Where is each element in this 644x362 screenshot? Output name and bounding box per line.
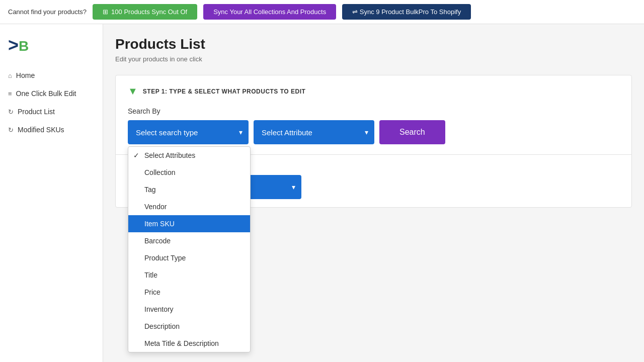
dropdown-item-meta-title[interactable]: Meta Title & Description: [128, 335, 250, 352]
select-search-type[interactable]: Select search type: [128, 120, 249, 144]
page-title: Products List: [115, 36, 632, 52]
home-icon: ⌂: [8, 72, 12, 79]
sidebar-item-bulk-edit-label: One Click Bulk Edit: [16, 89, 76, 98]
sync-icon: ⊞: [103, 8, 108, 16]
select-attribute-wrapper: Select Attribute: [254, 120, 374, 144]
select-attribute[interactable]: Select Attribute: [254, 120, 374, 144]
dropdown-item-product-type[interactable]: Product Type: [128, 249, 250, 266]
dropdown-item-price[interactable]: Price: [128, 284, 250, 301]
product-list-icon: ↻: [8, 108, 14, 116]
modified-skus-icon: ↻: [8, 126, 14, 134]
sidebar-item-home-label: Home: [16, 71, 35, 79]
search-button[interactable]: Search: [379, 120, 445, 144]
sidebar-item-home[interactable]: ⌂ Home: [0, 66, 103, 84]
dropdown-item-select-attributes[interactable]: Select Attributes: [128, 147, 250, 164]
dropdown-item-item-sku[interactable]: Item SKU: [128, 215, 250, 232]
search-type-dropdown: Select Attributes Collection Tag Vendor: [128, 146, 251, 352]
sidebar-item-product-list-label: Product List: [18, 108, 55, 116]
sidebar-item-bulk-edit[interactable]: ≡ One Click Bulk Edit: [0, 84, 103, 103]
sidebar-item-modified-skus-label: Modified SKUs: [18, 126, 64, 134]
dropdown-item-description[interactable]: Description: [128, 318, 250, 335]
dropdown-item-barcode[interactable]: Barcode: [128, 232, 250, 249]
search-row: Select search type Select Attribute Sear…: [128, 120, 619, 144]
main-content: Products List Edit your products in one …: [103, 24, 644, 362]
search-by-label: Search By: [128, 107, 619, 115]
step1-header: ▼ STEP 1: TYPE & SELECT WHAT PRODUCTS TO…: [128, 85, 619, 97]
sidebar-item-product-list[interactable]: ↻ Product List: [0, 103, 103, 121]
cannot-find-text: Cannot find your products?: [8, 8, 87, 16]
logo: >B: [0, 32, 103, 66]
sidebar: >B ⌂ Home ≡ One Click Bulk Edit ↻ Produc…: [0, 24, 103, 362]
step1-card: ▼ STEP 1: TYPE & SELECT WHAT PRODUCTS TO…: [115, 75, 632, 208]
dropdown-item-inventory[interactable]: Inventory: [128, 301, 250, 318]
step1-section: ▼ STEP 1: TYPE & SELECT WHAT PRODUCTS TO…: [116, 75, 631, 154]
sidebar-nav: ⌂ Home ≡ One Click Bulk Edit ↻ Product L…: [0, 66, 103, 139]
logo-icon: >B: [8, 36, 29, 54]
filter-icon: ▼: [128, 85, 138, 97]
sidebar-item-modified-skus[interactable]: ↻ Modified SKUs: [0, 121, 103, 139]
layout: >B ⌂ Home ≡ One Click Bulk Edit ↻ Produc…: [0, 24, 644, 362]
select-search-type-wrapper: Select search type: [128, 120, 249, 144]
bulk-edit-icon: ≡: [8, 90, 12, 98]
step1-label: STEP 1: TYPE & SELECT WHAT PRODUCTS TO E…: [143, 88, 306, 95]
top-bar: Cannot find your products? ⊞ 100 Product…: [0, 0, 644, 24]
dropdown-item-collection[interactable]: Collection: [128, 164, 250, 181]
sync-bulkpro-button[interactable]: ⇌ Sync 9 Product BulkPro To Shopify: [342, 4, 471, 20]
dropdown-item-vendor[interactable]: Vendor: [128, 198, 250, 215]
sync-collections-button[interactable]: Sync Your All Collections And Products: [203, 4, 336, 20]
page-subtitle: Edit your products in one click: [115, 55, 632, 63]
sync-products-button[interactable]: ⊞ 100 Products Sync Out Of: [93, 4, 197, 20]
dropdown-item-tag[interactable]: Tag: [128, 181, 250, 198]
dropdown-item-title[interactable]: Title: [128, 266, 250, 284]
